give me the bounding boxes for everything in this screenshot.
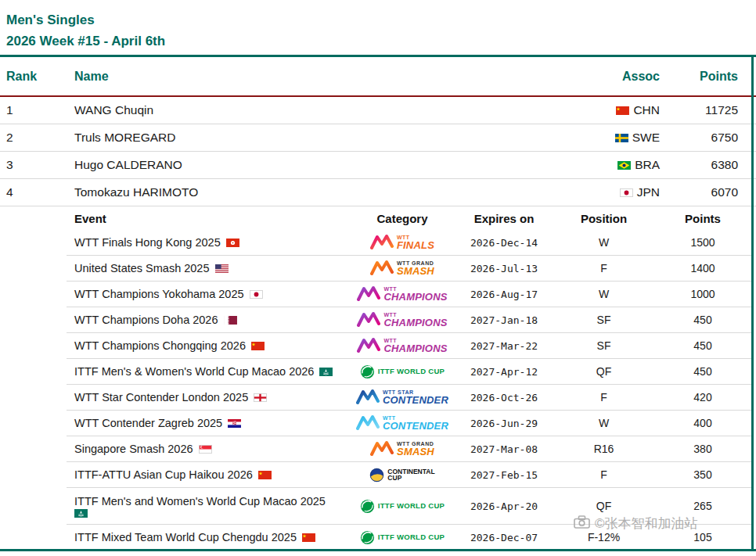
event-name-cell: WTT Champions Yokohama 2025 xyxy=(67,288,351,300)
flag-icon-sgp xyxy=(199,445,212,454)
ranking-row[interactable]: 4Tomokazu HARIMOTOJPN6070 xyxy=(0,179,756,206)
event-category-cell: WTTCONTENDER xyxy=(351,414,453,432)
category-logo-world-cup: ITTF WORLD CUP xyxy=(351,530,453,545)
event-name-cell: Singapore Smash 2026 xyxy=(67,443,351,455)
assoc-code: SWE xyxy=(632,131,660,145)
event-row: WTT Champions Yokohama 2025WTTCHAMPIONS2… xyxy=(67,282,753,307)
expires-on-cell: 2026-Aug-17 xyxy=(453,289,555,300)
category-logo-finals: WTTFINALS xyxy=(351,234,453,251)
event-row: WTT Star Contender London 2025WTT STARCO… xyxy=(67,385,753,411)
position-cell: QF xyxy=(555,500,653,512)
expires-on-cell: 2027-Mar-22 xyxy=(453,340,555,352)
event-points-cell: 450 xyxy=(653,314,753,326)
event-name: Singapore Smash 2026 xyxy=(74,443,193,455)
detail-table-body: WTT Finals Hong Kong 2025WTTFINALS2026-D… xyxy=(67,230,753,551)
event-category-cell: WTTCHAMPIONS xyxy=(351,285,453,303)
assoc-cell: JPN xyxy=(574,185,660,199)
event-name-cell: WTT Finals Hong Kong 2025 xyxy=(67,236,351,249)
event-name-cell: WTT Star Contender London 2025 xyxy=(67,391,351,404)
category-logo-grand-smash: WTT GRANDSMASH xyxy=(351,260,453,277)
event-name-cell: WTT Champions Doha 2026 xyxy=(67,314,351,326)
event-name-cell: ITTF Men's and Women's World Cup Macao 2… xyxy=(67,495,351,518)
rank-cell: 4 xyxy=(6,185,74,199)
event-name: WTT Champions Doha 2026 xyxy=(74,314,218,326)
column-header-points: Points xyxy=(660,70,738,84)
event-row: ITTF-ATTU Asian Cup Haikou 2026CONTINENT… xyxy=(67,462,753,488)
event-category-cell: WTTCHAMPIONS xyxy=(351,337,453,354)
event-row: WTT Finals Hong Kong 2025WTTFINALS2026-D… xyxy=(67,230,753,256)
expires-on-cell: 2026-Jul-13 xyxy=(453,263,555,274)
expires-on-cell: 2027-Apr-12 xyxy=(453,366,555,378)
expires-on-cell: 2027-Feb-15 xyxy=(453,469,555,481)
flag-icon-jpn xyxy=(620,188,633,197)
event-row: WTT Champions Doha 2026WTTCHAMPIONS2027-… xyxy=(67,307,753,333)
flag-icon-hkg xyxy=(226,239,239,247)
event-row: ITTF Men's & Women's World Cup Macao 202… xyxy=(67,359,753,385)
assoc-code: JPN xyxy=(637,185,660,199)
ranking-table-body: 1WANG ChuqinCHN117252Truls MOREGARDSWE67… xyxy=(0,97,756,206)
position-cell: W xyxy=(555,417,653,429)
column-header-assoc: Assoc xyxy=(574,70,660,84)
event-category-cell: ITTF WORLD CUP xyxy=(351,530,453,545)
flag-icon-chn xyxy=(251,342,265,350)
flag-icon-usa xyxy=(215,264,229,273)
expires-on-cell: 2026-Dec-14 xyxy=(453,237,555,249)
assoc-code: BRA xyxy=(635,158,660,172)
category-logo-grand-smash: WTT GRANDSMASH xyxy=(351,440,453,457)
bottom-divider xyxy=(0,549,756,551)
event-name: United States Smash 2025 xyxy=(74,262,210,274)
position-cell: F xyxy=(555,468,653,481)
event-row: WTT Champions Chongqing 2026WTTCHAMPIONS… xyxy=(67,333,753,359)
event-category-cell: CONTINENTALCUP xyxy=(351,468,453,482)
event-name: ITTF Men's & Women's World Cup Macao 202… xyxy=(74,365,314,378)
player-name: WANG Chuqin xyxy=(74,103,574,117)
event-category-cell: ITTF WORLD CUP xyxy=(351,364,453,379)
event-name-cell: WTT Contender Zagreb 2025 xyxy=(67,417,351,429)
ranking-row[interactable]: 3Hugo CALDERANOBRA6380 xyxy=(0,152,756,179)
event-name: WTT Champions Chongqing 2026 xyxy=(74,339,246,352)
expires-on-cell: 2027-Jan-18 xyxy=(453,314,555,326)
event-name-cell: ITTF Men's & Women's World Cup Macao 202… xyxy=(67,365,351,378)
ranking-row[interactable]: 2Truls MOREGARDSWE6750 xyxy=(0,124,756,152)
event-category-cell: WTT GRANDSMASH xyxy=(351,260,453,277)
event-name-cell: ITTF-ATTU Asian Cup Haikou 2026 xyxy=(67,468,351,481)
flag-icon-chn xyxy=(616,106,629,115)
event-points-cell: 380 xyxy=(653,443,753,455)
flag-icon-mac xyxy=(74,509,88,518)
flag-icon-cro xyxy=(228,419,241,428)
category-logo-champions: WTTCHAMPIONS xyxy=(351,337,453,354)
event-points-cell: 450 xyxy=(653,365,753,378)
event-name-cell: ITTF Mixed Team World Cup Chengdu 2025 xyxy=(67,531,351,543)
event-points-cell: 400 xyxy=(653,417,753,429)
page-header: Men's Singles 2026 Week #15 - April 6th xyxy=(0,0,756,55)
position-cell: F xyxy=(555,262,653,274)
ranking-row[interactable]: 1WANG ChuqinCHN11725 xyxy=(0,97,756,124)
column-header-position: Position xyxy=(555,212,653,225)
points-cell: 6070 xyxy=(660,185,738,199)
position-cell: QF xyxy=(555,365,653,378)
event-points-cell: 450 xyxy=(653,339,753,352)
table-right-border xyxy=(751,57,754,551)
event-name: ITTF Men's and Women's World Cup Macao 2… xyxy=(74,495,326,508)
category-logo-champions: WTTCHAMPIONS xyxy=(351,311,453,328)
event-category-cell: WTTFINALS xyxy=(351,234,453,251)
points-cell: 6750 xyxy=(660,131,738,145)
rank-cell: 3 xyxy=(6,158,74,172)
column-header-category: Category xyxy=(351,212,453,225)
event-name: ITTF Mixed Team World Cup Chengdu 2025 xyxy=(74,531,297,543)
event-name: WTT Star Contender London 2025 xyxy=(74,391,248,404)
ranking-table-header: Rank Name Assoc Points xyxy=(0,57,756,95)
category-logo-champions: WTTCHAMPIONS xyxy=(351,285,453,303)
event-row: ITTF Men's and Women's World Cup Macao 2… xyxy=(67,488,753,525)
page-subtitle: 2026 Week #15 - April 6th xyxy=(6,30,756,52)
column-header-name: Name xyxy=(74,70,574,84)
event-name: WTT Finals Hong Kong 2025 xyxy=(74,236,221,249)
event-row: WTT Contender Zagreb 2025WTTCONTENDER202… xyxy=(67,411,753,436)
event-points-cell: 350 xyxy=(653,468,753,481)
event-points-cell: 1000 xyxy=(653,288,753,300)
flag-icon-chn xyxy=(302,533,315,542)
event-category-cell: WTTCHAMPIONS xyxy=(351,311,453,328)
category-logo-contender: WTTCONTENDER xyxy=(351,414,453,432)
points-cell: 11725 xyxy=(660,103,738,117)
expanded-event-details: Event Category Expires on Position Point… xyxy=(67,206,753,551)
